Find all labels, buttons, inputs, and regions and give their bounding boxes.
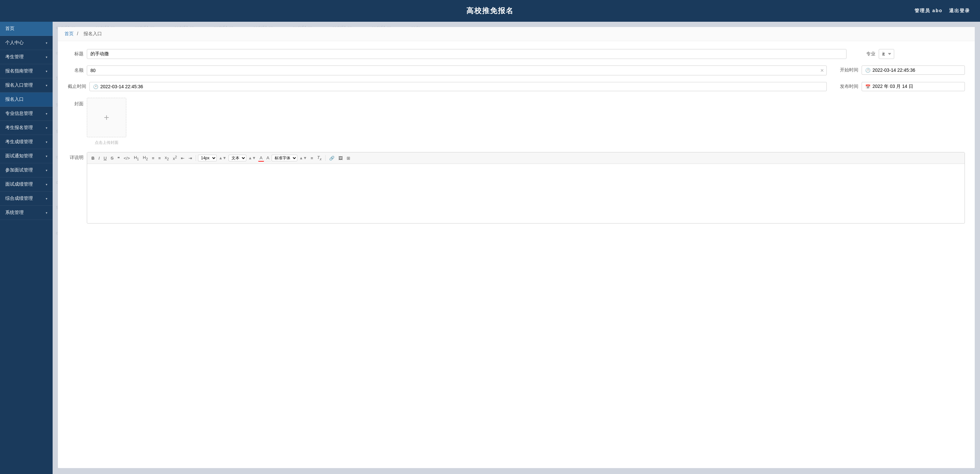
italic-button[interactable]: I xyxy=(97,155,101,161)
sidebar-item-guide-mgmt[interactable]: 报名指南管理 ▾ xyxy=(0,64,52,78)
text-type-arrow: ▲▼ xyxy=(248,156,256,160)
chevron-icon: ▾ xyxy=(46,55,47,59)
calendar-icon: 🕐 xyxy=(865,68,870,73)
page-header: 高校推免报名 管理员 abo 退出登录 xyxy=(0,0,980,22)
breadcrumb: 首页 / 报名入口 xyxy=(58,27,975,41)
plus-icon: + xyxy=(104,112,109,123)
indent-right-button[interactable]: ⇥ xyxy=(187,155,194,161)
sidebar-item-system[interactable]: 系统管理 ▾ xyxy=(0,206,52,220)
main-content: .wm-grid { position: absolute; top: 0; l… xyxy=(52,22,980,474)
table-button[interactable]: ⊞ xyxy=(345,155,352,161)
quota-input-wrapper: ✕ xyxy=(87,65,827,75)
admin-label: 管理员 abo xyxy=(915,8,942,14)
quota-label: 名额 xyxy=(68,67,84,73)
sidebar-item-major-mgmt[interactable]: 专业信息管理 ▾ xyxy=(0,107,52,121)
sidebar-item-entrance-mgmt[interactable]: 报名入口管理 ▾ xyxy=(0,78,52,93)
form-area: 标题 专业 it 名额 xyxy=(58,41,975,238)
font-family-select[interactable]: 标准字体 xyxy=(272,155,297,161)
h1-button[interactable]: H1 xyxy=(132,154,140,162)
chevron-icon: ▾ xyxy=(46,197,47,201)
chevron-icon: ▾ xyxy=(46,211,47,215)
ol-button[interactable]: ≡ xyxy=(150,155,156,161)
chevron-icon: ▾ xyxy=(46,41,47,45)
rich-text-editor: B I U S ❝ </> H1 H2 ≡ ≡ x2 xyxy=(87,152,965,223)
font-size-select[interactable]: 14px xyxy=(198,155,217,161)
cover-upload-button[interactable]: + xyxy=(87,98,126,137)
cover-hint: 点击上传封面 xyxy=(95,140,118,145)
cover-label: 封面 xyxy=(68,101,84,107)
sidebar-item-exam-mgmt[interactable]: 考生管理 ▾ xyxy=(0,50,52,64)
sidebar-item-apply-mgmt[interactable]: 考生报名管理 ▾ xyxy=(0,121,52,135)
clear-format-button[interactable]: Tx xyxy=(315,154,323,162)
start-time-label: 开始时间 xyxy=(840,67,858,73)
superscript-button[interactable]: x2 xyxy=(171,154,178,162)
bold-button[interactable]: B xyxy=(90,155,96,161)
start-time-value[interactable] xyxy=(872,67,961,73)
major-select[interactable]: it xyxy=(879,49,894,59)
ul-button[interactable]: ≡ xyxy=(156,155,162,161)
form-group-starttime: 开始时间 🕐 xyxy=(840,65,965,75)
image-button[interactable]: 🖼 xyxy=(337,155,344,161)
underline-button[interactable]: U xyxy=(102,155,108,161)
sidebar-item-interview-notify[interactable]: 面试通知管理 ▾ xyxy=(0,149,52,163)
code-button[interactable]: </> xyxy=(122,155,132,161)
sidebar-item-home[interactable]: 首页 xyxy=(0,22,52,36)
sidebar-item-total-score[interactable]: 综合成绩管理 ▾ xyxy=(0,192,52,206)
deadline-label: 截止时间 xyxy=(68,84,86,89)
form-row-title-major: 标题 专业 it xyxy=(68,49,965,59)
title-input[interactable] xyxy=(87,49,846,59)
deadline-value[interactable] xyxy=(100,84,823,89)
toolbar-divider-1 xyxy=(196,155,196,161)
chevron-icon: ▾ xyxy=(46,69,47,73)
sidebar-item-entrance[interactable]: 报名入口 xyxy=(0,93,52,107)
sidebar-item-interview-join[interactable]: 参加面试管理 ▾ xyxy=(0,163,52,177)
editor-toolbar: B I U S ❝ </> H1 H2 ≡ ≡ x2 xyxy=(87,152,964,164)
form-group-major: 专业 it xyxy=(860,49,965,59)
breadcrumb-home[interactable]: 首页 xyxy=(64,31,74,36)
calendar-icon2: 📅 xyxy=(865,84,870,89)
chevron-icon: ▾ xyxy=(46,112,47,115)
sidebar-item-personal[interactable]: 个人中心 ▾ xyxy=(0,36,52,50)
align-button[interactable]: ≡ xyxy=(309,155,315,161)
start-time-input[interactable]: 🕐 xyxy=(862,65,965,75)
chevron-icon: ▾ xyxy=(46,126,47,130)
quota-input[interactable] xyxy=(87,65,827,75)
font-bg-button[interactable]: A xyxy=(265,155,271,162)
sidebar-item-interview-score[interactable]: 面试成绩管理 ▾ xyxy=(0,177,52,192)
major-label: 专业 xyxy=(860,51,875,57)
publish-label: 发布时间 xyxy=(840,84,858,89)
link-button[interactable]: 🔗 xyxy=(328,155,336,161)
strikethrough-button[interactable]: S xyxy=(109,155,115,161)
clear-icon[interactable]: ✕ xyxy=(820,68,824,73)
page-title: 高校推免报名 xyxy=(466,6,514,15)
deadline-input[interactable]: 🕐 xyxy=(89,82,827,91)
publish-input[interactable]: 📅 xyxy=(862,82,965,91)
form-group-publish: 发布时间 📅 xyxy=(840,82,965,91)
breadcrumb-separator: / xyxy=(77,31,78,36)
text-type-select[interactable]: 文本 xyxy=(229,155,246,161)
form-group-cover: 封面 + 点击上传封面 xyxy=(68,98,965,145)
indent-left-button[interactable]: ⇤ xyxy=(179,155,186,161)
sidebar: 首页 个人中心 ▾ 考生管理 ▾ 报名指南管理 ▾ 报名入口管理 ▾ 报名入口 … xyxy=(0,22,52,474)
breadcrumb-current: 报名入口 xyxy=(84,31,102,36)
form-row-deadline-publish: 截止时间 🕐 发布时间 📅 xyxy=(68,82,965,91)
detail-label: 详说明 xyxy=(68,155,84,161)
subscript-button[interactable]: x2 xyxy=(163,154,171,162)
font-family-arrow: ▲▼ xyxy=(299,156,307,160)
publish-value[interactable] xyxy=(872,84,961,89)
sidebar-item-score-mgmt[interactable]: 考生成绩管理 ▾ xyxy=(0,135,52,149)
header-actions: 管理员 abo 退出登录 xyxy=(915,8,970,14)
font-color-button[interactable]: A xyxy=(258,155,264,162)
logout-link[interactable]: 退出登录 xyxy=(949,8,970,14)
content-card: 首页 / 报名入口 标题 专业 it xyxy=(58,27,975,468)
chevron-icon: ▾ xyxy=(46,169,47,172)
chevron-icon: ▾ xyxy=(46,154,47,158)
form-group-deadline: 截止时间 🕐 xyxy=(68,82,827,91)
editor-body[interactable] xyxy=(87,164,964,223)
chevron-icon: ▾ xyxy=(46,183,47,186)
h2-button[interactable]: H2 xyxy=(141,154,149,162)
title-label: 标题 xyxy=(68,51,84,57)
font-size-unit: ▲▼ xyxy=(219,156,227,160)
main-layout: 首页 个人中心 ▾ 考生管理 ▾ 报名指南管理 ▾ 报名入口管理 ▾ 报名入口 … xyxy=(0,22,980,474)
quote-button[interactable]: ❝ xyxy=(116,155,121,161)
